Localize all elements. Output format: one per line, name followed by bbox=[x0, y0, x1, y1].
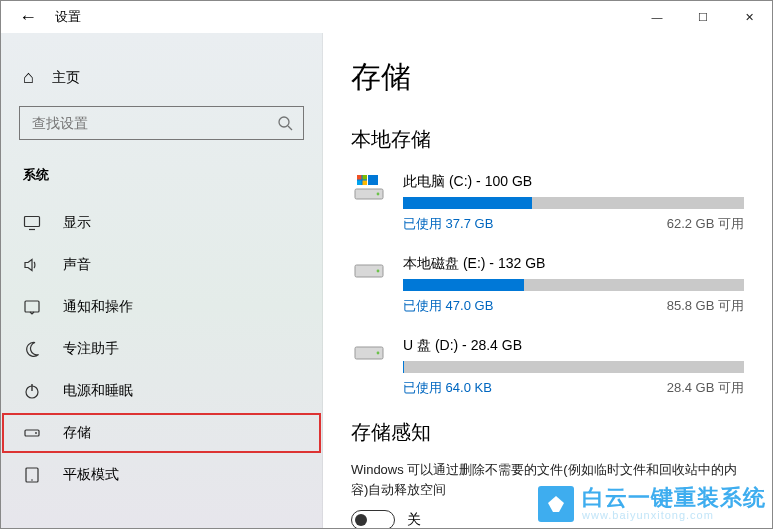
maximize-button[interactable]: ☐ bbox=[680, 1, 726, 33]
usage-bar bbox=[403, 361, 744, 373]
svg-rect-4 bbox=[25, 301, 39, 312]
nav-label: 声音 bbox=[63, 256, 91, 274]
nav-label: 专注助手 bbox=[63, 340, 119, 358]
watermark-logo-icon bbox=[538, 486, 574, 522]
nav-item-power[interactable]: 电源和睡眠 bbox=[1, 370, 322, 412]
toggle-knob bbox=[355, 514, 367, 526]
nav-item-notifications[interactable]: 通知和操作 bbox=[1, 286, 322, 328]
nav-label: 存储 bbox=[63, 424, 91, 442]
section-local-storage: 本地存储 bbox=[351, 126, 744, 153]
moon-icon bbox=[23, 340, 41, 358]
used-link[interactable]: 已使用 37.7 GB bbox=[403, 215, 493, 233]
storage-sense-toggle[interactable] bbox=[351, 510, 395, 528]
watermark: 白云一键重装系统 www.baiyunxitong.com bbox=[538, 486, 766, 522]
usage-bar bbox=[403, 197, 744, 209]
nav-label: 通知和操作 bbox=[63, 298, 133, 316]
storage-sense-title: 存储感知 bbox=[351, 419, 744, 446]
nav-label: 电源和睡眠 bbox=[63, 382, 133, 400]
svg-rect-17 bbox=[357, 181, 362, 186]
watermark-url: www.baiyunxitong.com bbox=[582, 509, 766, 521]
drive-icon bbox=[351, 255, 387, 285]
nav-label: 显示 bbox=[63, 214, 91, 232]
nav-item-storage[interactable]: 存储 bbox=[1, 412, 322, 454]
search-box[interactable] bbox=[19, 106, 304, 140]
drive-icon bbox=[351, 337, 387, 367]
usage-bar bbox=[403, 279, 744, 291]
drive-icon bbox=[351, 173, 387, 203]
nav-item-sound[interactable]: 声音 bbox=[1, 244, 322, 286]
svg-rect-2 bbox=[25, 217, 40, 227]
drive-row[interactable]: U 盘 (D:) - 28.4 GB已使用 64.0 KB28.4 GB 可用 bbox=[351, 337, 744, 397]
svg-rect-18 bbox=[363, 181, 368, 186]
svg-point-12 bbox=[377, 193, 380, 196]
close-button[interactable]: ✕ bbox=[726, 1, 772, 33]
svg-rect-15 bbox=[357, 175, 362, 180]
svg-point-0 bbox=[279, 117, 289, 127]
used-link[interactable]: 已使用 64.0 KB bbox=[403, 379, 492, 397]
page-title: 存储 bbox=[351, 57, 744, 98]
search-input[interactable] bbox=[30, 114, 277, 132]
monitor-icon bbox=[23, 214, 41, 232]
watermark-brand: 白云一键重装系统 bbox=[582, 487, 766, 509]
available-label: 85.8 GB 可用 bbox=[667, 297, 744, 315]
home-icon: ⌂ bbox=[23, 67, 34, 88]
drive-icon bbox=[23, 424, 41, 442]
svg-point-10 bbox=[31, 479, 33, 481]
search-icon bbox=[277, 115, 293, 131]
title-bar: ← 设置 — ☐ ✕ bbox=[1, 1, 772, 33]
nav-item-tablet[interactable]: 平板模式 bbox=[1, 454, 322, 496]
back-button[interactable]: ← bbox=[19, 7, 37, 28]
speaker-icon bbox=[23, 256, 41, 274]
toggle-state-label: 关 bbox=[407, 511, 421, 528]
drive-name: 本地磁盘 (E:) - 132 GB bbox=[403, 255, 744, 273]
window-title: 设置 bbox=[55, 8, 81, 26]
home-button[interactable]: ⌂ 主页 bbox=[1, 63, 322, 106]
drive-row[interactable]: 此电脑 (C:) - 100 GB已使用 37.7 GB62.2 GB 可用 bbox=[351, 173, 744, 233]
svg-point-8 bbox=[35, 432, 37, 434]
svg-line-1 bbox=[288, 126, 292, 130]
section-title: 系统 bbox=[1, 166, 322, 202]
nav-item-display[interactable]: 显示 bbox=[1, 202, 322, 244]
notification-icon bbox=[23, 298, 41, 316]
svg-rect-14 bbox=[368, 175, 378, 185]
used-link[interactable]: 已使用 47.0 GB bbox=[403, 297, 493, 315]
nav-label: 平板模式 bbox=[63, 466, 119, 484]
svg-rect-16 bbox=[363, 175, 368, 180]
minimize-button[interactable]: — bbox=[634, 1, 680, 33]
drive-name: 此电脑 (C:) - 100 GB bbox=[403, 173, 744, 191]
svg-point-22 bbox=[377, 352, 380, 355]
content-area: 存储 本地存储 此电脑 (C:) - 100 GB已使用 37.7 GB62.2… bbox=[323, 33, 772, 528]
svg-rect-7 bbox=[25, 430, 39, 436]
drive-name: U 盘 (D:) - 28.4 GB bbox=[403, 337, 744, 355]
nav-item-focus[interactable]: 专注助手 bbox=[1, 328, 322, 370]
svg-point-20 bbox=[377, 270, 380, 273]
available-label: 28.4 GB 可用 bbox=[667, 379, 744, 397]
drive-row[interactable]: 本地磁盘 (E:) - 132 GB已使用 47.0 GB85.8 GB 可用 bbox=[351, 255, 744, 315]
available-label: 62.2 GB 可用 bbox=[667, 215, 744, 233]
home-label: 主页 bbox=[52, 69, 80, 87]
power-icon bbox=[23, 382, 41, 400]
tablet-icon bbox=[23, 466, 41, 484]
sidebar: ⌂ 主页 系统 显示 bbox=[1, 33, 323, 528]
